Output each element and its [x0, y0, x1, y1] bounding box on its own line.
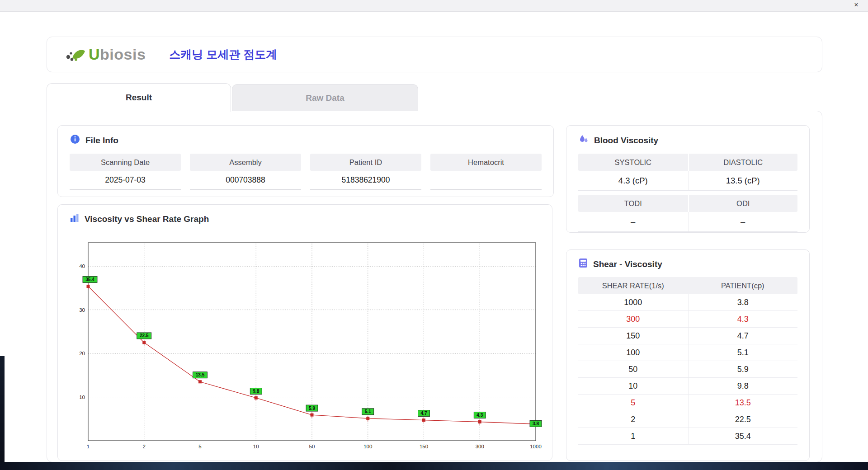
- header-card: Ubiosis 스캐닝 모세관 점도계: [47, 37, 822, 72]
- shear-rate-cell: 2: [578, 411, 688, 428]
- shear-rate-header: SHEAR RATE(1/s): [578, 277, 688, 294]
- field-patient-id: Patient ID 51838621900: [310, 154, 421, 190]
- shear-viscosity-card: Shear - Viscosity SHEAR RATE(1/s) PATIEN…: [566, 249, 810, 461]
- patient-cell: 9.8: [688, 378, 798, 394]
- shear-viscosity-title: Shear - Viscosity: [593, 259, 662, 269]
- blood-viscosity-table: SYSTOLIC DIASTOLIC 4.3 (cP) 13.5 (cP) TO…: [578, 154, 797, 232]
- app-window: × Ubiosis 스캐닝 모세관 점도계 Result Raw Data: [0, 0, 868, 462]
- svg-text:100: 100: [363, 444, 372, 449]
- patient-cell: 35.4: [688, 428, 798, 444]
- bv-value-row-1: 4.3 (cP) 13.5 (cP): [578, 171, 797, 191]
- svg-text:10: 10: [253, 444, 259, 449]
- odi-label: ODI: [688, 195, 798, 212]
- tab-raw-data[interactable]: Raw Data: [232, 84, 418, 111]
- table-row: 513.5: [578, 395, 797, 411]
- close-button[interactable]: ×: [852, 1, 861, 9]
- table-row: 3004.3: [578, 311, 797, 328]
- file-info-fields: Scanning Date 2025-07-03 Assembly 000703…: [70, 154, 542, 190]
- patient-cell: 5.1: [688, 344, 798, 361]
- viscosity-chart: 102030401251050100150300100035.422.513.5…: [71, 234, 551, 451]
- patient-cell: 4.3: [688, 311, 798, 327]
- shear-rate-cell: 1000: [578, 294, 688, 310]
- svg-text:9.8: 9.8: [253, 389, 259, 394]
- graph-title: Viscosity vs Shear Rate Graph: [85, 214, 209, 224]
- bv-value-row-2: – –: [578, 212, 797, 232]
- brand-text: Ubiosis: [89, 46, 146, 63]
- patient-cell: 5.9: [688, 361, 798, 377]
- shear-rate-cell: 10: [578, 378, 688, 394]
- calculator-icon: [578, 258, 588, 270]
- shear-rate-cell: 1: [578, 428, 688, 444]
- result-panel: File Info Scanning Date 2025-07-03 Assem…: [47, 111, 822, 462]
- svg-text:30: 30: [79, 307, 85, 313]
- brand-accent: U: [89, 46, 100, 63]
- svg-text:1000: 1000: [530, 444, 542, 449]
- field-scanning-date: Scanning Date 2025-07-03: [70, 154, 181, 190]
- shear-rate-cell: 100: [578, 344, 688, 361]
- svg-text:300: 300: [476, 444, 484, 449]
- page-title: 스캐닝 모세관 점도계: [169, 47, 277, 62]
- file-info-card: File Info Scanning Date 2025-07-03 Assem…: [57, 125, 554, 197]
- window-titlebar: ×: [0, 0, 868, 12]
- field-label: Scanning Date: [70, 154, 181, 171]
- svg-text:13.5: 13.5: [196, 372, 205, 377]
- bv-header-row-2: TODI ODI: [578, 195, 797, 212]
- svg-text:5.9: 5.9: [309, 406, 315, 411]
- table-row: 109.8: [578, 378, 797, 395]
- patient-cell: 4.7: [688, 328, 798, 344]
- svg-text:20: 20: [79, 351, 85, 356]
- bv-header-row-1: SYSTOLIC DIASTOLIC: [578, 154, 797, 171]
- svg-text:40: 40: [79, 263, 85, 269]
- tab-result[interactable]: Result: [47, 83, 231, 112]
- shear-rate-cell: 300: [578, 311, 688, 327]
- brand-rest: biosis: [100, 46, 146, 63]
- shear-table-body: 10003.83004.31504.71005.1505.9109.8513.5…: [578, 294, 797, 445]
- table-row: 10003.8: [578, 294, 797, 311]
- ubiosis-logo-icon: [65, 45, 86, 65]
- graph-title-row: Viscosity vs Shear Rate Graph: [70, 213, 552, 225]
- field-assembly: Assembly 000703888: [190, 154, 301, 190]
- file-info-title-row: File Info: [70, 134, 553, 147]
- systolic-label: SYSTOLIC: [578, 154, 688, 171]
- svg-text:4.7: 4.7: [421, 411, 427, 416]
- svg-text:10: 10: [79, 395, 85, 400]
- ubiosis-logo: Ubiosis: [65, 45, 146, 65]
- patient-cell: 3.8: [688, 294, 798, 310]
- diastolic-value: 13.5 (cP): [688, 171, 798, 190]
- field-label: Patient ID: [310, 154, 421, 171]
- svg-text:1: 1: [87, 444, 90, 449]
- odi-value: –: [688, 212, 798, 231]
- field-hematocrit: Hematocrit: [430, 154, 542, 190]
- shear-table-header: SHEAR RATE(1/s) PATIENT(cp): [578, 277, 797, 294]
- blood-viscosity-card: Blood Viscosity SYSTOLIC DIASTOLIC 4.3 (…: [566, 125, 810, 233]
- table-row: 135.4: [578, 428, 797, 445]
- svg-text:150: 150: [420, 444, 428, 449]
- desktop-wallpaper-bottom: [0, 462, 868, 470]
- field-value: 2025-07-03: [70, 171, 181, 190]
- field-value: 000703888: [190, 171, 301, 190]
- todi-label: TODI: [578, 195, 688, 212]
- blood-viscosity-title-row: Blood Viscosity: [578, 134, 809, 147]
- chart-bars-icon: [70, 213, 80, 225]
- svg-text:5.1: 5.1: [365, 409, 371, 414]
- shear-viscosity-title-row: Shear - Viscosity: [578, 258, 809, 270]
- field-value: [430, 171, 542, 190]
- shear-rate-cell: 150: [578, 328, 688, 344]
- table-row: 1504.7: [578, 328, 797, 344]
- blood-viscosity-title: Blood Viscosity: [594, 136, 658, 146]
- svg-text:22.5: 22.5: [140, 333, 149, 338]
- shear-table: SHEAR RATE(1/s) PATIENT(cp) 10003.83004.…: [578, 277, 797, 445]
- shear-rate-cell: 50: [578, 361, 688, 377]
- svg-text:35.4: 35.4: [85, 277, 94, 282]
- svg-text:2: 2: [143, 444, 146, 449]
- droplet-icon: [578, 134, 589, 147]
- field-label: Assembly: [190, 154, 301, 171]
- field-value: 51838621900: [310, 171, 421, 190]
- field-label: Hematocrit: [430, 154, 542, 171]
- svg-text:4.3: 4.3: [476, 413, 483, 418]
- svg-text:5: 5: [198, 444, 201, 449]
- diastolic-label: DIASTOLIC: [688, 154, 798, 171]
- systolic-value: 4.3 (cP): [578, 171, 688, 190]
- svg-text:50: 50: [309, 444, 315, 449]
- info-icon: [70, 134, 80, 147]
